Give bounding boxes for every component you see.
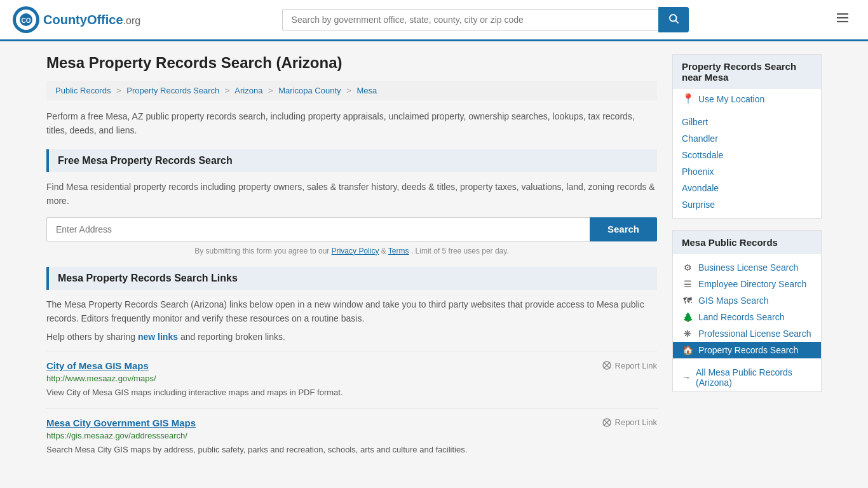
hamburger-button[interactable]: [830, 8, 855, 32]
public-records-list: ⚙ Business License Search ☰ Employee Dir…: [673, 254, 821, 363]
sidebar: Property Records Search near Mesa 📍 Use …: [672, 54, 822, 464]
nearby-cities-list: Gilbert Chandler Scottsdale Phoenix Avon…: [673, 109, 821, 218]
list-item: Surprise: [673, 196, 821, 213]
map-icon: 🗺: [682, 295, 693, 306]
list-item-land-records: 🌲 Land Records Search: [673, 309, 821, 325]
description-text: Perform a free Mesa, AZ public property …: [46, 109, 657, 138]
page-title: Mesa Property Records Search (Arizona): [46, 54, 657, 72]
page-body: Mesa Property Records Search (Arizona) P…: [34, 41, 834, 477]
tree-icon: 🌲: [682, 312, 693, 322]
privacy-policy-link[interactable]: Privacy Policy: [332, 247, 379, 255]
list-item-employee-directory: ☰ Employee Directory Search: [673, 276, 821, 292]
location-pin-icon: 📍: [682, 93, 695, 105]
list-item: Scottsdale: [673, 147, 821, 163]
all-records-item: → All Mesa Public Records (Arizona): [673, 363, 821, 391]
gis-maps-search-link[interactable]: GIS Maps Search: [698, 295, 769, 306]
breadcrumb-property-records-search[interactable]: Property Records Search: [126, 86, 219, 95]
svg-line-5: [675, 20, 678, 23]
gear-icon: ⚙: [682, 262, 693, 273]
address-input[interactable]: [46, 217, 590, 241]
property-records-search-link-active[interactable]: Property Records Search: [698, 345, 798, 355]
breadcrumb-arizona[interactable]: Arizona: [234, 86, 262, 95]
main-content: Mesa Property Records Search (Arizona) P…: [46, 54, 657, 464]
license-icon: ❋: [682, 329, 693, 339]
address-form: Search: [46, 217, 657, 241]
list-item: Gilbert: [673, 114, 821, 130]
free-search-header: Free Mesa Property Records Search: [46, 149, 657, 172]
sidebar-city-avondale[interactable]: Avondale: [682, 183, 719, 193]
link-url-1: http://www.mesaaz.gov/maps/: [46, 374, 657, 383]
links-section-header: Mesa Property Records Search Links: [46, 267, 657, 290]
svg-point-4: [670, 15, 677, 22]
sidebar-nearby-card: Property Records Search near Mesa 📍 Use …: [672, 54, 822, 219]
svg-text:CO: CO: [22, 17, 31, 24]
link-url-2: https://gis.mesaaz.gov/addresssearch/: [46, 431, 657, 440]
sidebar-city-chandler[interactable]: Chandler: [682, 133, 718, 144]
directory-icon: ☰: [682, 279, 693, 289]
sidebar-nearby-header: Property Records Search near Mesa: [673, 55, 821, 89]
free-search-description: Find Mesa residential property records i…: [46, 180, 657, 208]
breadcrumb-mesa[interactable]: Mesa: [356, 86, 377, 95]
sidebar-public-records-card: Mesa Public Records ⚙ Business License S…: [672, 230, 822, 392]
home-icon: 🏠: [682, 345, 693, 355]
sidebar-city-scottsdale[interactable]: Scottsdale: [682, 150, 723, 160]
list-item-professional-license: ❋ Professional License Search: [673, 325, 821, 342]
form-disclaimer: By submitting this form you agree to our…: [46, 247, 657, 255]
sidebar-city-surprise[interactable]: Surprise: [682, 200, 715, 210]
list-item: Phoenix: [673, 163, 821, 180]
use-my-location-link[interactable]: Use My Location: [698, 94, 764, 104]
breadcrumb-maricopa-county[interactable]: Maricopa County: [278, 86, 341, 95]
report-link-button-1[interactable]: Report Link: [602, 360, 657, 370]
logo-icon: CO: [13, 6, 39, 33]
sidebar-city-gilbert[interactable]: Gilbert: [682, 117, 708, 127]
all-records-link[interactable]: All Mesa Public Records (Arizona): [696, 367, 812, 388]
sidebar-use-location: 📍 Use My Location: [673, 89, 821, 109]
list-item: Avondale: [673, 180, 821, 196]
logo-area: CO CountyOffice.org: [13, 6, 140, 33]
search-bar-area: [282, 7, 689, 32]
header-search-button[interactable]: [658, 7, 689, 32]
logo-text: CountyOffice.org: [43, 13, 140, 27]
link-item: Mesa City Government GIS Maps Report Lin…: [46, 408, 657, 465]
arrow-right-icon: →: [682, 372, 691, 383]
links-section: Mesa Property Records Search Links The M…: [46, 267, 657, 465]
header: CO CountyOffice.org: [0, 0, 868, 41]
breadcrumb: Public Records > Property Records Search…: [46, 81, 657, 100]
breadcrumb-public-records[interactable]: Public Records: [55, 86, 111, 95]
search-submit-button[interactable]: Search: [590, 217, 657, 241]
link-desc-1: View City of Mesa GIS maps including int…: [46, 386, 657, 399]
professional-license-search-link[interactable]: Professional License Search: [698, 329, 811, 339]
sidebar-city-phoenix[interactable]: Phoenix: [682, 166, 714, 177]
list-item-gis-maps: 🗺 GIS Maps Search: [673, 292, 821, 309]
list-item-property-records-active: 🏠 Property Records Search: [673, 342, 821, 358]
link-items: City of Mesa GIS Maps Report Link http:/…: [46, 351, 657, 464]
report-link-button-2[interactable]: Report Link: [602, 417, 657, 428]
link-item: City of Mesa GIS Maps Report Link http:/…: [46, 351, 657, 408]
business-license-search-link[interactable]: Business License Search: [698, 262, 798, 273]
land-records-search-link[interactable]: Land Records Search: [698, 312, 784, 322]
link-item-title-2: Mesa City Government GIS Maps: [46, 417, 196, 428]
link-desc-2: Search Mesa City GIS maps by address, pu…: [46, 444, 657, 456]
link-item-title: City of Mesa GIS Maps: [46, 360, 149, 371]
sidebar-public-records-header: Mesa Public Records: [673, 231, 821, 254]
share-text: Help others by sharing new links and rep…: [46, 332, 657, 342]
city-of-mesa-gis-maps-link[interactable]: City of Mesa GIS Maps: [46, 360, 149, 371]
terms-link[interactable]: Terms: [388, 247, 409, 255]
list-item-business-license: ⚙ Business License Search: [673, 259, 821, 276]
links-intro: The Mesa Property Records Search (Arizon…: [46, 297, 657, 326]
new-links-link[interactable]: new links: [138, 332, 178, 342]
employee-directory-search-link[interactable]: Employee Directory Search: [698, 279, 806, 289]
mesa-city-gis-maps-link[interactable]: Mesa City Government GIS Maps: [46, 417, 196, 428]
header-search-input[interactable]: [282, 9, 658, 30]
list-item: Chandler: [673, 130, 821, 147]
